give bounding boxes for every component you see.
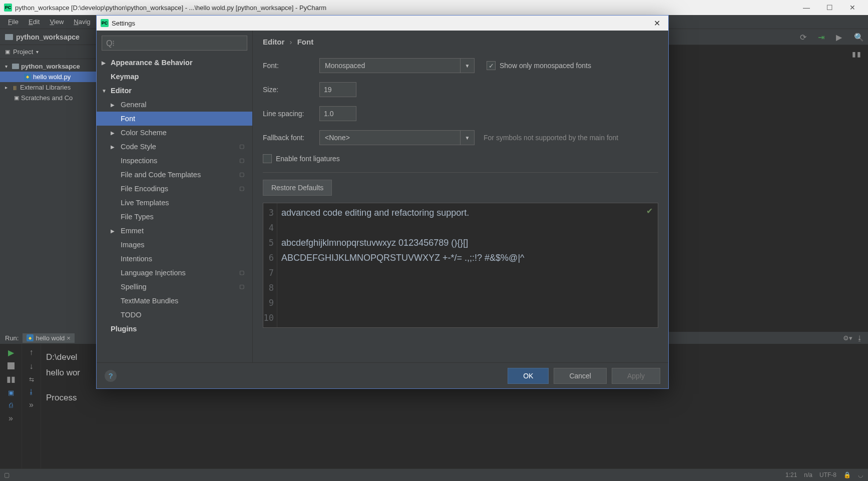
cat-emmet[interactable]: ▶Emmet [97, 224, 252, 238]
up-icon[interactable]: ↑ [30, 348, 34, 357]
crumb-editor[interactable]: Editor [263, 38, 284, 46]
settings-breadcrumb: Editor › Font [261, 31, 660, 53]
menu-view[interactable]: View [45, 16, 69, 28]
ligatures-checkbox[interactable] [263, 154, 272, 163]
more-icon[interactable] [9, 414, 13, 423]
preview-text[interactable]: advanced code editing and refactoring su… [277, 203, 658, 327]
scroll-icon[interactable]: ⭳ [28, 388, 35, 395]
tree-root-label: python_worksapce [21, 63, 80, 70]
stop-icon[interactable] [8, 362, 15, 369]
menu-edit[interactable]: Edit [24, 16, 45, 28]
project-badge-icon: ▢ [239, 171, 246, 178]
tree-file-label: hello wold.py [33, 73, 71, 81]
rerun-icon[interactable]: ▶ [8, 348, 14, 357]
status-position[interactable]: 1:21 [785, 471, 797, 478]
fallback-hint: For symbols not supported by the main fo… [484, 134, 618, 142]
dialog-footer: ? OK Cancel Apply [97, 362, 668, 388]
settings-search-input[interactable]: Q⁝ [102, 36, 247, 51]
cancel-button[interactable]: Cancel [554, 368, 607, 384]
font-preview: 3 4 5 6 7 8 9 10 advanced code editing a… [263, 203, 658, 328]
settings-tree[interactable]: ▶Appearance & Behavior Keymap ▼Editor ▶G… [97, 56, 252, 362]
chevron-down-icon: ▼ [460, 131, 474, 145]
mono-label[interactable]: Show only monospaced fonts [500, 62, 591, 70]
spacing-input[interactable]: 1.0 [319, 106, 356, 121]
ligatures-label[interactable]: Enable font ligatures [276, 155, 340, 163]
cat-general[interactable]: ▶General [97, 98, 252, 112]
close-tab-icon[interactable]: × [67, 334, 71, 342]
settings-sidebar: Q⁝ ▶Appearance & Behavior Keymap ▼Editor… [97, 31, 253, 362]
project-header-label: Project [13, 48, 33, 56]
cat-live-templates[interactable]: Live Templates [97, 196, 252, 210]
apply-button[interactable]: Apply [612, 368, 660, 384]
pause-run-icon[interactable]: ▮▮ [7, 374, 16, 384]
pycharm-icon: PC [4, 4, 12, 12]
size-input[interactable]: 19 [319, 82, 356, 97]
pycharm-icon: PC [101, 19, 109, 27]
run-label: Run: [5, 334, 19, 342]
cat-code-style[interactable]: ▶Code Style▢ [97, 140, 252, 154]
breadcrumb-root[interactable]: python_worksapce [16, 33, 80, 41]
font-combo[interactable]: Monospaced ▼ [319, 58, 475, 73]
chevron-right-icon: › [290, 38, 292, 46]
project-badge-icon: ▢ [239, 157, 246, 164]
fallback-label: Fallback font: [263, 134, 319, 142]
cat-keymap[interactable]: Keymap [97, 70, 252, 84]
pause-icon[interactable]: ▮▮ [852, 50, 862, 58]
chevron-down-icon: ▼ [460, 59, 474, 73]
minimize-button[interactable]: — [795, 0, 818, 15]
crumb-font: Font [297, 38, 313, 46]
run-config-icon[interactable]: ▶ [836, 33, 845, 42]
folder-icon [5, 34, 13, 40]
font-value: Monospaced [325, 62, 365, 70]
cat-todo[interactable]: TODO [97, 308, 252, 322]
notifications-icon[interactable]: ◡ [858, 471, 863, 478]
cat-file-encodings[interactable]: File Encodings▢ [97, 182, 252, 196]
update-icon[interactable]: ⟳ [800, 33, 809, 42]
search-icon[interactable]: 🔍 [854, 33, 863, 42]
maximize-button[interactable]: ☐ [818, 0, 841, 15]
library-icon: ⫼ [12, 84, 18, 91]
cat-images[interactable]: Images [97, 238, 252, 252]
down-icon[interactable]: ↓ [30, 362, 34, 371]
close-button[interactable]: ✕ [841, 0, 864, 15]
commit-icon[interactable]: ⇥ [818, 33, 827, 42]
cat-plugins[interactable]: Plugins [97, 322, 252, 336]
dialog-title: Settings [112, 20, 649, 27]
ok-button[interactable]: OK [508, 368, 549, 384]
cat-file-templates[interactable]: File and Code Templates▢ [97, 168, 252, 182]
cat-font[interactable]: Font [97, 112, 252, 126]
toolwindows-icon[interactable]: ▢ [4, 471, 10, 478]
restore-defaults-button[interactable]: Restore Defaults [263, 180, 332, 196]
run-tab[interactable]: ◆ hello wold × [23, 333, 74, 343]
project-badge-icon: ▢ [239, 185, 246, 192]
window-titlebar: PC python_worksapce [D:\develop\python\p… [0, 0, 868, 15]
cat-editor[interactable]: ▼Editor [97, 84, 252, 98]
cat-color-scheme[interactable]: ▶Color Scheme [97, 126, 252, 140]
output-line: Process [46, 390, 863, 406]
wrap-icon[interactable]: ⇆ [29, 376, 34, 383]
folder-icon [12, 64, 19, 69]
cat-inspections[interactable]: Inspections▢ [97, 154, 252, 168]
lock-icon[interactable]: 🔒 [843, 471, 851, 478]
mono-checkbox[interactable]: ✓ [487, 61, 496, 70]
run-settings-icon[interactable]: ⚙▾ [843, 334, 852, 342]
cat-spelling[interactable]: Spelling▢ [97, 280, 252, 294]
more-icon-2[interactable] [29, 400, 34, 409]
settings-content: Editor › Font Font: Monospaced ▼ ✓ Show … [253, 31, 668, 362]
help-button[interactable]: ? [105, 370, 117, 382]
menu-file[interactable]: File [3, 16, 24, 28]
cat-appearance[interactable]: ▶Appearance & Behavior [97, 56, 252, 70]
dialog-close-button[interactable]: ✕ [649, 19, 664, 28]
layout-icon[interactable]: ▣ [8, 389, 14, 396]
run-download-icon[interactable]: ⭳ [856, 334, 863, 342]
cat-textmate[interactable]: TextMate Bundles [97, 294, 252, 308]
cat-intentions[interactable]: Intentions [97, 252, 252, 266]
print-icon[interactable]: ⎙ [9, 401, 13, 409]
status-encoding[interactable]: UTF-8 [819, 471, 836, 478]
cat-file-types[interactable]: File Types [97, 210, 252, 224]
cat-lang-injections[interactable]: Language Injections▢ [97, 266, 252, 280]
status-insert[interactable]: n/a [804, 471, 812, 478]
run-gutter-right: ↑ ↓ ⇆ ⭳ [22, 344, 41, 468]
menu-navigate[interactable]: Navig [69, 16, 95, 28]
fallback-combo[interactable]: <None> ▼ [319, 130, 475, 145]
